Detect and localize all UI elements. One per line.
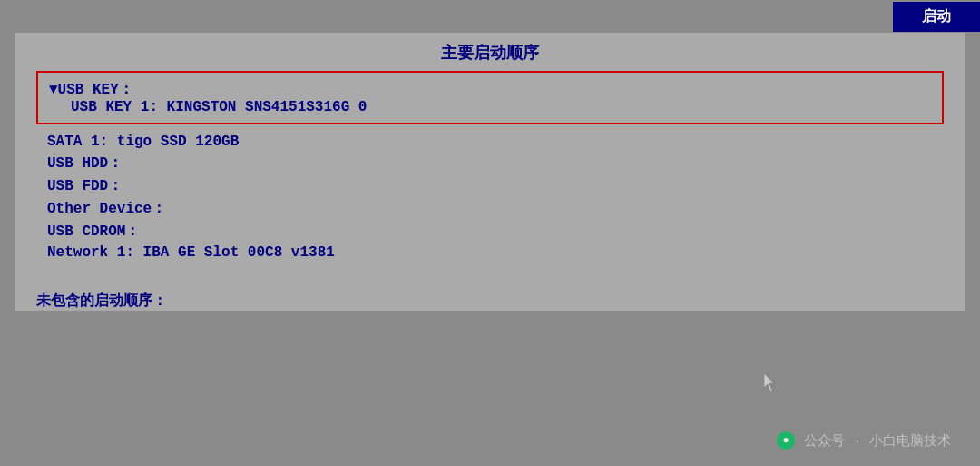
boot-item-usb-cdrom[interactable]: USB CDROM： bbox=[36, 220, 944, 243]
boot-order-section: ▼USB KEY： USB KEY 1: KINGSTON SNS4151S31… bbox=[15, 71, 965, 277]
usb-key-sub: USB KEY 1: KINGSTON SNS4151S316G 0 bbox=[49, 99, 931, 115]
boot-item-other-device[interactable]: Other Device： bbox=[36, 197, 944, 220]
mouse-cursor-icon bbox=[764, 373, 780, 393]
excluded-section: 未包含的启动顺序： bbox=[15, 277, 965, 311]
boot-item-usb-hdd[interactable]: USB HDD： bbox=[36, 152, 944, 174]
svg-marker-0 bbox=[764, 373, 774, 392]
watermark: ● 公众号 · 小白电脑技术 bbox=[777, 431, 951, 450]
selected-boot-group[interactable]: ▼USB KEY： USB KEY 1: KINGSTON SNS4151S31… bbox=[36, 71, 944, 124]
boot-item-network[interactable]: Network 1: IBA GE Slot 00C8 v1381 bbox=[36, 243, 944, 263]
boot-tab[interactable]: 启动 bbox=[893, 2, 980, 32]
wechat-icon: ● bbox=[777, 431, 795, 450]
excluded-label: 未包含的启动顺序： bbox=[36, 292, 944, 311]
top-bar: 启动 bbox=[0, 0, 980, 33]
boot-item-sata[interactable]: SATA 1: tigo SSD 120GB bbox=[36, 132, 944, 152]
boot-item-usb-fdd[interactable]: USB FDD： bbox=[36, 174, 944, 197]
usb-key-header: ▼USB KEY： bbox=[49, 80, 931, 99]
panel-title: 主要启动顺序 bbox=[15, 33, 965, 71]
main-panel: 主要启动顺序 ▼USB KEY： USB KEY 1: KINGSTON SNS… bbox=[15, 33, 965, 311]
watermark-text: 公众号 · 小白电脑技术 bbox=[804, 432, 951, 450]
